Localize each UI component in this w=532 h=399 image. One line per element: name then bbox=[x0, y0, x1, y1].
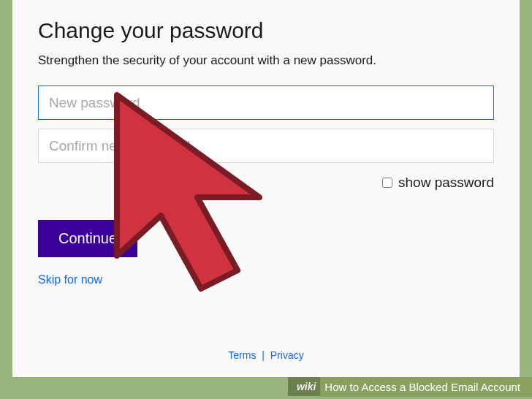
new-password-input[interactable] bbox=[38, 86, 494, 120]
separator: | bbox=[262, 349, 265, 361]
page-title: Change your password bbox=[38, 18, 494, 43]
continue-button[interactable]: Continue bbox=[38, 220, 137, 257]
caption-text: How to Access a Blocked Email Account bbox=[320, 377, 532, 397]
change-password-panel: Change your password Strengthen the secu… bbox=[12, 0, 520, 377]
show-password-row: show password bbox=[38, 175, 494, 191]
caption-brand: wiki bbox=[297, 381, 316, 392]
footer-links: Terms | Privacy bbox=[12, 349, 520, 361]
terms-link[interactable]: Terms bbox=[228, 349, 256, 361]
show-password-checkbox[interactable] bbox=[382, 178, 392, 188]
confirm-password-input[interactable] bbox=[38, 129, 494, 163]
caption-bar: wiki How to Access a Blocked Email Accou… bbox=[288, 376, 532, 397]
skip-link[interactable]: Skip for now bbox=[38, 273, 102, 286]
show-password-label: show password bbox=[398, 175, 494, 191]
page-subtitle: Strengthen the security of your account … bbox=[38, 53, 494, 68]
caption-prefix: wiki bbox=[288, 377, 320, 396]
privacy-link[interactable]: Privacy bbox=[270, 349, 304, 361]
